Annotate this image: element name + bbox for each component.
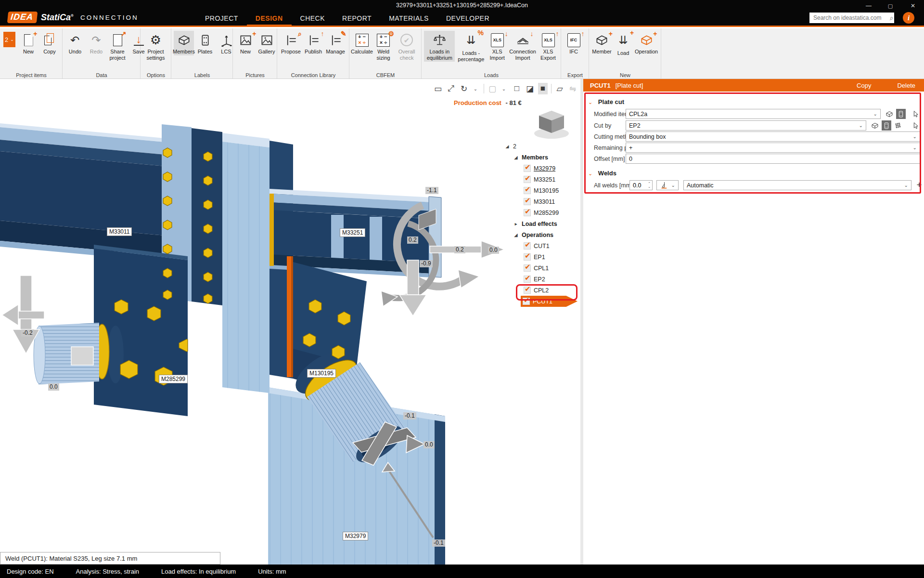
- zoom-fit-icon[interactable]: ⤢: [446, 83, 456, 94]
- checkbox-checked-icon[interactable]: ✔: [524, 276, 531, 283]
- add-weld-button[interactable]: +: [914, 180, 924, 190]
- new-member-button[interactable]: + Member: [591, 31, 612, 55]
- delete-operation-button[interactable]: Delete: [897, 82, 915, 89]
- member-label-m285299[interactable]: M285299: [159, 375, 188, 383]
- labels-plates-toggle[interactable]: Plates: [195, 31, 215, 55]
- share-project-button[interactable]: ↗ Share project: [107, 31, 128, 62]
- all-welds-size-stepper[interactable]: 0.0 ⌃⌄: [629, 180, 653, 190]
- member-label-m33251[interactable]: M33251: [340, 228, 365, 237]
- tree-group-load-effects[interactable]: ▸ Load effects: [504, 218, 580, 229]
- viewport-3d[interactable]: ▭ ⤢ ↻ ⌄ ▢ ⌄ □ ◪ ■ ▱ ⇋ ⌂ Production cost …: [0, 79, 580, 565]
- tab-design[interactable]: DESIGN: [247, 14, 292, 27]
- modified-item-combo[interactable]: CPL2a ⌄: [626, 109, 881, 119]
- tree-item-m130195[interactable]: ✔ M130195: [504, 185, 580, 196]
- tree-item-m32979[interactable]: ✔ M32979: [504, 163, 580, 174]
- weld-mode-combo[interactable]: Automatic ⌄: [683, 180, 911, 190]
- tab-report[interactable]: REPORT: [334, 14, 380, 27]
- tree-group-members[interactable]: ◢ Members: [504, 152, 580, 163]
- checkbox-checked-icon[interactable]: ✔: [524, 287, 531, 294]
- member-label-m130195[interactable]: M130195: [307, 369, 336, 378]
- section-welds[interactable]: ⌄ Welds: [588, 170, 616, 177]
- select-rect-icon[interactable]: ▢: [488, 83, 497, 94]
- ifc-export-button[interactable]: IFC↑ IFC: [564, 31, 584, 55]
- remaining-part-combo[interactable]: + ⌄: [626, 143, 920, 153]
- new-load-button[interactable]: ⇊ + Load: [613, 31, 633, 57]
- expand-icon[interactable]: ◢: [513, 233, 519, 237]
- expand-icon[interactable]: ◢: [504, 144, 510, 149]
- checkbox-checked-icon[interactable]: ✔: [524, 242, 531, 250]
- project-settings-button[interactable]: ⚙ Project settings: [143, 31, 168, 62]
- calculate-button[interactable]: + −× ÷ Calculate: [352, 31, 372, 55]
- close-button[interactable]: ✕: [906, 1, 920, 11]
- collapse-icon[interactable]: ▸: [513, 222, 519, 226]
- view-wireframe-icon[interactable]: □: [512, 83, 522, 94]
- manage-button[interactable]: ✎ Manage: [324, 31, 346, 55]
- checkbox-checked-icon[interactable]: ✔: [524, 209, 531, 216]
- select-member-icon[interactable]: [870, 120, 880, 131]
- overall-check-button[interactable]: ✔ Overall check: [395, 31, 419, 62]
- redo-button[interactable]: ↷ Redo: [86, 31, 106, 55]
- tree-group-operations[interactable]: ◢ Operations: [504, 229, 580, 240]
- copy-operation-button[interactable]: Copy: [857, 82, 871, 89]
- loads-in-equilibrium-toggle[interactable]: Loads in equilibrium: [424, 31, 455, 62]
- offset-input[interactable]: 0: [626, 154, 920, 164]
- rotate-view-chevron-icon[interactable]: ⌄: [471, 83, 480, 94]
- tree-item-pcut1-selected[interactable]: ✔ PCUT1: [504, 296, 580, 307]
- publish-button[interactable]: ↑ Publish: [303, 31, 323, 55]
- stepper-arrows-icon[interactable]: ⌃⌄: [648, 182, 652, 188]
- info-button[interactable]: i: [903, 12, 914, 24]
- select-rect-chevron-icon[interactable]: ⌄: [499, 83, 509, 94]
- tree-item-cpl1[interactable]: ✔ CPL1: [504, 263, 580, 274]
- tab-check[interactable]: CHECK: [292, 14, 334, 27]
- gallery-button[interactable]: Gallery: [257, 31, 277, 55]
- member-label-m32979[interactable]: M32979: [343, 532, 368, 540]
- view-transparent-icon[interactable]: ◪: [525, 83, 535, 94]
- tab-materials[interactable]: MATERIALS: [380, 14, 437, 27]
- cut-by-combo[interactable]: EP2 ⌄: [626, 120, 866, 131]
- tree-item-m33251[interactable]: ✔ M33251: [504, 174, 580, 185]
- checkbox-checked-icon[interactable]: ✔: [524, 253, 531, 261]
- new-project-button[interactable]: + New: [18, 31, 38, 55]
- view-exploded-icon[interactable]: ▱: [555, 83, 565, 94]
- tab-developer[interactable]: DEVELOPER: [437, 14, 498, 27]
- checkbox-checked-icon[interactable]: ✔: [524, 165, 531, 172]
- select-mesh-icon[interactable]: [893, 120, 903, 131]
- xls-import-button[interactable]: XLS↓ XLS Import: [487, 31, 507, 62]
- tree-item-cut1[interactable]: ✔ CUT1: [504, 240, 580, 251]
- cutting-method-combo[interactable]: Bounding box ⌄: [626, 131, 920, 142]
- member-label-m33011[interactable]: M33011: [107, 227, 132, 236]
- new-operation-button[interactable]: + Operation: [634, 31, 658, 55]
- undo-button[interactable]: ↶ Undo: [65, 31, 85, 55]
- select-plate-icon[interactable]: [882, 120, 891, 131]
- restore-button[interactable]: ▢: [883, 1, 898, 11]
- checkbox-checked-icon[interactable]: ✔: [524, 264, 531, 272]
- tree-item-cpl2[interactable]: ✔ CPL2: [504, 285, 580, 296]
- weld-type-dropdown[interactable]: ⌄: [656, 180, 679, 190]
- checkbox-checked-icon[interactable]: ✔: [524, 187, 531, 194]
- connection-import-button[interactable]: ↓ Connection Import: [508, 31, 537, 62]
- propose-button[interactable]: ⌕ Propose: [280, 31, 302, 55]
- checkbox-checked-icon[interactable]: ✔: [524, 176, 531, 183]
- search-box[interactable]: ⌕: [809, 13, 894, 23]
- tree-item-ep2[interactable]: ✔ EP2: [504, 274, 580, 285]
- xls-export-button[interactable]: XLS↑ XLS Export: [538, 31, 558, 62]
- view-solid-icon[interactable]: ■: [538, 83, 548, 94]
- view-cube-preview[interactable]: [530, 107, 572, 141]
- tree-item-m285299[interactable]: ✔ M285299: [504, 207, 580, 218]
- pick-in-scene-cursor-icon[interactable]: [911, 109, 920, 119]
- section-plate-cut[interactable]: ⌄ Plate cut: [588, 98, 624, 105]
- selected-operation-pennant[interactable]: ✔ PCUT1: [521, 296, 578, 307]
- weld-sizing-button[interactable]: + −× ÷⚙ Weld sizing: [373, 31, 394, 62]
- checkbox-checked-icon[interactable]: ✔: [523, 298, 530, 305]
- pick-in-scene-cursor-icon[interactable]: [911, 120, 920, 131]
- mirror-view-icon[interactable]: ⇋: [568, 83, 578, 94]
- checkbox-checked-icon[interactable]: ✔: [524, 198, 531, 205]
- measure-icon[interactable]: ▭: [433, 83, 443, 94]
- tree-item-m33011[interactable]: ✔ M33011: [504, 196, 580, 207]
- select-plate-icon[interactable]: [896, 109, 906, 119]
- search-input[interactable]: [809, 14, 890, 21]
- tree-item-ep1[interactable]: ✔ EP1: [504, 251, 580, 263]
- copy-project-button[interactable]: Copy: [39, 31, 60, 55]
- tab-project[interactable]: PROJECT: [196, 14, 247, 27]
- labels-members-toggle[interactable]: Members: [174, 31, 194, 55]
